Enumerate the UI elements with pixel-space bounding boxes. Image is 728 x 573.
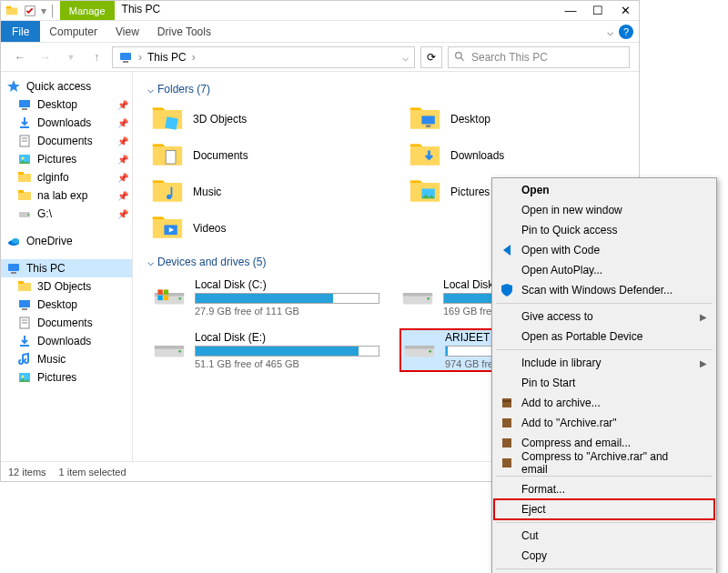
sidebar-item[interactable]: G:\📌 [1, 205, 132, 223]
cm-eject[interactable]: Eject [494, 499, 714, 519]
svg-point-35 [22, 376, 25, 378]
sidebar-item[interactable]: Pictures📌 [1, 150, 132, 168]
properties-icon[interactable] [23, 4, 37, 18]
folder-item[interactable]: Downloads [409, 139, 630, 172]
cm-autoplay[interactable]: Open AutoPlay... [494, 260, 714, 280]
forward-button[interactable]: → [35, 47, 56, 67]
quick-access-node[interactable]: Quick access [1, 77, 132, 96]
search-input[interactable]: Search This PC [448, 46, 630, 68]
computer-tab[interactable]: Computer [40, 21, 106, 42]
cm-include-library[interactable]: Include in library▶ [494, 353, 714, 373]
address-dropdown-icon[interactable]: ⌵ [402, 51, 409, 64]
cm-pin-start[interactable]: Pin to Start [494, 373, 714, 393]
folder-icon [151, 139, 184, 172]
svg-marker-7 [7, 80, 20, 92]
svg-rect-53 [403, 293, 432, 297]
cm-pin-quick-access[interactable]: Pin to Quick access [494, 220, 714, 240]
svg-point-57 [178, 350, 181, 353]
cm-copy[interactable]: Copy [494, 546, 714, 566]
sidebar-item[interactable]: Desktop📌 [1, 96, 132, 114]
cm-scan-defender[interactable]: Scan with Windows Defender... [494, 280, 714, 300]
view-tab[interactable]: View [106, 21, 148, 42]
folder-icon [17, 279, 32, 294]
cm-compress-rar-email[interactable]: Compress to "Archive.rar" and email [494, 453, 714, 473]
up-button[interactable]: ↑ [86, 47, 106, 67]
folder-item[interactable]: Desktop [409, 103, 630, 136]
ribbon-expand-icon[interactable]: ⌵ [607, 25, 613, 38]
svg-rect-3 [120, 53, 131, 60]
svg-rect-39 [166, 151, 176, 164]
manage-tab[interactable]: Manage [60, 1, 115, 20]
vscode-icon [500, 243, 514, 257]
pin-icon: 📌 [117, 173, 128, 183]
folder-item[interactable]: 3D Objects [151, 103, 372, 136]
folders-group-header[interactable]: ⌵Folders (7) [147, 83, 630, 96]
sidebar-item[interactable]: Pictures [1, 368, 132, 387]
cm-cut[interactable]: Cut [494, 526, 714, 546]
folder-icon [151, 212, 184, 245]
folder-icon [151, 103, 184, 136]
drive-icon [403, 337, 436, 363]
cm-separator [496, 568, 713, 569]
cm-open-with-code[interactable]: Open with Code [494, 240, 714, 260]
refresh-button[interactable]: ⟳ [420, 46, 442, 68]
chevron-right-icon: ▶ [700, 312, 707, 322]
address-bar[interactable]: › This PC › ⌵ [112, 46, 415, 68]
drive-item[interactable]: Local Disk (C:)27.9 GB free of 111 GB [151, 276, 381, 319]
cm-portable-device[interactable]: Open as Portable Device [494, 327, 714, 347]
document-icon [17, 134, 32, 148]
svg-rect-51 [164, 296, 168, 300]
maximize-button[interactable]: ☐ [584, 1, 612, 20]
cm-format[interactable]: Format... [494, 479, 714, 499]
onedrive-node[interactable]: OneDrive [1, 232, 132, 250]
sidebar-item-label: Documents [37, 135, 93, 147]
svg-point-54 [427, 297, 430, 300]
sidebar-item[interactable]: Documents📌 [1, 132, 132, 150]
drive-icon [401, 285, 434, 310]
svg-point-47 [178, 297, 181, 300]
close-button[interactable]: ✕ [612, 1, 639, 20]
onedrive-label: OneDrive [26, 235, 73, 247]
svg-rect-8 [19, 100, 30, 107]
drive-label: Local Disk (C:) [195, 278, 379, 291]
drive-item[interactable]: Local Disk (E:)51.1 GB free of 465 GB [151, 328, 381, 372]
sidebar-item[interactable]: Documents [1, 314, 132, 332]
this-pc-node[interactable]: This PC [1, 259, 132, 277]
pc-icon [118, 50, 133, 65]
sidebar-item[interactable]: Downloads📌 [1, 114, 132, 132]
selection-count: 1 item selected [59, 467, 126, 478]
this-pc-label: This PC [26, 262, 66, 275]
cm-give-access[interactable]: Give access to▶ [494, 307, 714, 327]
drive-usage-bar [195, 293, 379, 304]
drive-tools-tab[interactable]: Drive Tools [148, 21, 220, 42]
back-button[interactable]: ← [10, 47, 30, 67]
folder-item[interactable]: Videos [151, 212, 372, 245]
sidebar-item[interactable]: 3D Objects [1, 277, 132, 296]
folder-item[interactable]: Documents [151, 139, 372, 172]
file-tab[interactable]: File [1, 21, 40, 42]
sidebar-item[interactable]: clginfo📌 [1, 168, 132, 186]
svg-rect-37 [421, 116, 434, 124]
sidebar-item-label: Music [37, 353, 66, 366]
folder-item[interactable]: Music [151, 176, 372, 208]
minimize-button[interactable]: — [557, 1, 584, 20]
help-icon[interactable]: ? [619, 25, 633, 39]
sidebar-item[interactable]: Downloads [1, 332, 132, 350]
sidebar-item[interactable]: Music [1, 350, 132, 368]
cm-open-new-window[interactable]: Open in new window [494, 200, 714, 220]
address-bar-row: ← → ▼ ↑ › This PC › ⌵ ⟳ Search This PC [1, 43, 639, 72]
star-icon [6, 79, 21, 94]
sidebar-item[interactable]: Desktop [1, 296, 132, 314]
cm-open[interactable]: Open [494, 180, 714, 200]
folder-label: Videos [193, 222, 226, 235]
sidebar-item-label: Pictures [37, 371, 76, 384]
svg-rect-0 [6, 7, 17, 15]
cm-add-rar[interactable]: Add to "Archive.rar" [494, 413, 714, 433]
sidebar-item[interactable]: na lab exp📌 [1, 186, 132, 205]
cm-add-archive[interactable]: Add to archive... [494, 393, 714, 413]
svg-rect-33 [20, 345, 29, 347]
titlebar: ▾ │ Manage This PC — ☐ ✕ [1, 1, 639, 21]
folder-icon [5, 4, 19, 18]
svg-rect-50 [157, 296, 162, 300]
recent-dropdown[interactable]: ▼ [61, 47, 81, 67]
